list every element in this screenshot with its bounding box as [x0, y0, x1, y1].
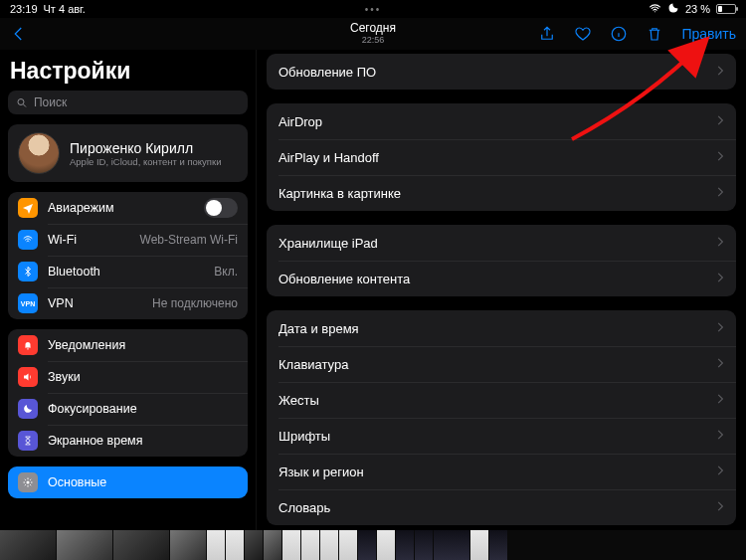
speaker-icon — [18, 367, 38, 387]
photo-thumbnail-strip[interactable] — [0, 530, 746, 560]
row-date-time[interactable]: Дата и время — [267, 310, 736, 346]
settings-sidebar: Настройки Пироженко Кирилл Apple ID, iCl… — [0, 50, 257, 530]
row-fonts[interactable]: Шрифты — [267, 418, 736, 454]
svg-point-1 — [18, 98, 24, 104]
row-airdrop[interactable]: AirDrop — [267, 103, 736, 139]
multitask-dots[interactable]: ••• — [365, 4, 382, 15]
share-icon[interactable] — [538, 25, 556, 43]
search-input[interactable] — [34, 95, 240, 109]
thumbnail[interactable] — [339, 530, 357, 560]
row-airplay[interactable]: AirPlay и Handoff — [267, 139, 736, 175]
thumbnail[interactable] — [396, 530, 414, 560]
thumbnail[interactable] — [434, 530, 469, 560]
chevron-right-icon — [716, 355, 724, 373]
back-button[interactable] — [10, 25, 28, 43]
row-keyboard[interactable]: Клавиатура — [267, 346, 736, 382]
sidebar-item-bluetooth[interactable]: Bluetooth Вкл. — [8, 256, 248, 287]
thumbnail[interactable] — [377, 530, 395, 560]
page-title: Настройки — [10, 58, 248, 85]
row-background-refresh[interactable]: Обновление контента — [267, 261, 736, 296]
avatar — [18, 132, 60, 174]
sidebar-item-notifications[interactable]: Уведомления — [8, 329, 248, 361]
sidebar-item-vpn[interactable]: VPN VPN Не подключено — [8, 287, 248, 319]
row-software-update[interactable]: Обновление ПО — [267, 54, 736, 90]
chevron-right-icon — [716, 112, 724, 130]
gear-icon — [18, 472, 38, 492]
bell-icon — [18, 335, 38, 355]
preview-toolbar: Сегодня 22:56 Править — [0, 18, 746, 50]
battery-percent: 23 % — [685, 3, 710, 15]
thumbnail[interactable] — [470, 530, 488, 560]
sidebar-item-airplane[interactable]: Авиарежим — [8, 192, 248, 224]
thumbnail[interactable] — [301, 530, 319, 560]
thumbnail[interactable] — [0, 530, 56, 560]
sidebar-item-general[interactable]: Основные — [8, 467, 248, 498]
hourglass-icon — [18, 431, 38, 451]
search-icon — [16, 96, 28, 109]
thumbnail[interactable] — [170, 530, 206, 560]
sidebar-item-focus[interactable]: Фокусирование — [8, 393, 248, 425]
edit-button[interactable]: Править — [681, 26, 736, 42]
battery-icon — [716, 4, 736, 14]
row-gestures[interactable]: Жесты — [267, 382, 736, 418]
moon-icon — [18, 399, 38, 419]
row-dictionary[interactable]: Словарь — [267, 489, 736, 525]
thumbnail[interactable] — [415, 530, 433, 560]
trash-icon[interactable] — [646, 25, 663, 43]
vpn-icon: VPN — [18, 293, 38, 313]
sidebar-item-sounds[interactable]: Звуки — [8, 361, 248, 393]
chevron-right-icon — [716, 498, 724, 516]
svg-point-2 — [27, 481, 30, 484]
profile-sub: Apple ID, iCloud, контент и покупки — [70, 156, 221, 167]
search-field[interactable] — [8, 91, 248, 114]
thumbnail[interactable] — [57, 530, 112, 560]
row-language[interactable]: Язык и регион — [267, 454, 736, 489]
airplane-toggle[interactable] — [204, 198, 238, 218]
thumbnail[interactable] — [320, 530, 338, 560]
row-pip[interactable]: Картинка в картинке — [267, 175, 736, 211]
chevron-right-icon — [716, 63, 724, 81]
sidebar-item-screentime[interactable]: Экранное время — [8, 425, 248, 457]
status-bar: 23:19 Чт 4 авг. ••• 23 % — [0, 0, 746, 18]
preview-time: 22:56 — [350, 36, 396, 46]
wifi-icon — [649, 2, 661, 17]
chevron-right-icon — [716, 234, 724, 252]
detail-panel: Обновление ПО AirDrop AirPlay и Handoff … — [257, 50, 746, 530]
chevron-right-icon — [716, 427, 724, 445]
airplane-icon — [18, 198, 38, 218]
chevron-right-icon — [716, 184, 724, 202]
apple-id-row[interactable]: Пироженко Кирилл Apple ID, iCloud, конте… — [8, 124, 248, 182]
thumbnail[interactable] — [264, 530, 281, 560]
thumbnail[interactable] — [489, 530, 507, 560]
wifi-icon — [18, 230, 38, 250]
favorite-icon[interactable] — [574, 25, 592, 43]
thumbnail[interactable] — [245, 530, 263, 560]
status-date: Чт 4 авг. — [44, 3, 86, 15]
thumbnail[interactable] — [207, 530, 225, 560]
profile-name: Пироженко Кирилл — [70, 140, 221, 156]
chevron-right-icon — [716, 391, 724, 409]
bluetooth-icon — [18, 262, 38, 281]
status-time: 23:19 — [10, 3, 38, 15]
chevron-right-icon — [716, 148, 724, 166]
thumbnail[interactable] — [113, 530, 169, 560]
thumbnail[interactable] — [358, 530, 376, 560]
row-storage[interactable]: Хранилище iPad — [267, 225, 736, 261]
chevron-right-icon — [716, 270, 724, 287]
chevron-right-icon — [716, 463, 724, 480]
thumbnail[interactable] — [226, 530, 244, 560]
chevron-right-icon — [716, 319, 724, 337]
info-icon[interactable] — [610, 25, 628, 43]
thumbnail[interactable] — [282, 530, 300, 560]
sidebar-item-wifi[interactable]: Wi-Fi Web-Stream Wi-Fi — [8, 224, 248, 256]
dnd-icon — [667, 2, 679, 16]
